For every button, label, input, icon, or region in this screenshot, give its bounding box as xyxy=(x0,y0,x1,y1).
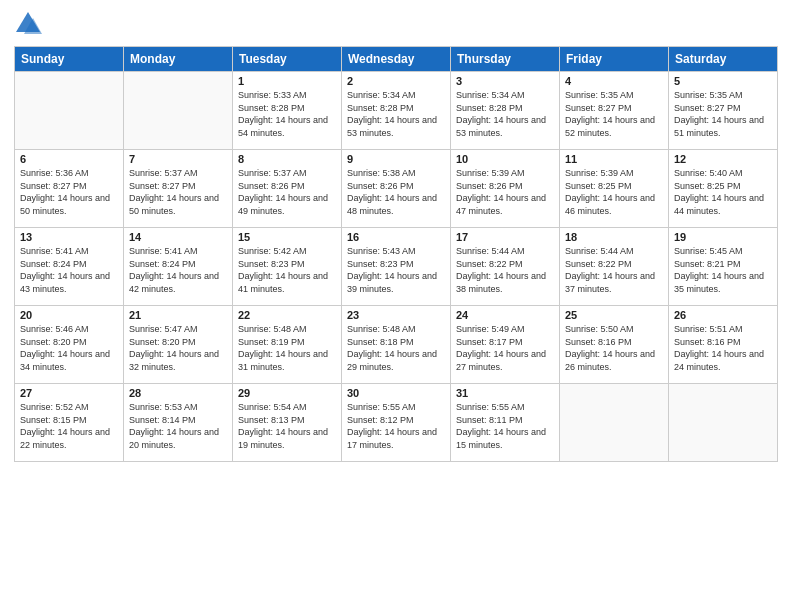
calendar-header-row: SundayMondayTuesdayWednesdayThursdayFrid… xyxy=(15,47,778,72)
calendar-day-cell: 27Sunrise: 5:52 AM Sunset: 8:15 PM Dayli… xyxy=(15,384,124,462)
day-info: Sunrise: 5:41 AM Sunset: 8:24 PM Dayligh… xyxy=(129,245,227,295)
calendar-day-cell: 26Sunrise: 5:51 AM Sunset: 8:16 PM Dayli… xyxy=(669,306,778,384)
day-number: 20 xyxy=(20,309,118,321)
day-number: 26 xyxy=(674,309,772,321)
calendar-day-cell xyxy=(124,72,233,150)
day-number: 23 xyxy=(347,309,445,321)
calendar-weekday-header: Friday xyxy=(560,47,669,72)
calendar-day-cell: 4Sunrise: 5:35 AM Sunset: 8:27 PM Daylig… xyxy=(560,72,669,150)
day-info: Sunrise: 5:48 AM Sunset: 8:19 PM Dayligh… xyxy=(238,323,336,373)
calendar-day-cell: 3Sunrise: 5:34 AM Sunset: 8:28 PM Daylig… xyxy=(451,72,560,150)
calendar-day-cell: 10Sunrise: 5:39 AM Sunset: 8:26 PM Dayli… xyxy=(451,150,560,228)
day-info: Sunrise: 5:41 AM Sunset: 8:24 PM Dayligh… xyxy=(20,245,118,295)
day-info: Sunrise: 5:46 AM Sunset: 8:20 PM Dayligh… xyxy=(20,323,118,373)
calendar-week-row: 27Sunrise: 5:52 AM Sunset: 8:15 PM Dayli… xyxy=(15,384,778,462)
logo-icon xyxy=(14,10,42,38)
calendar-day-cell xyxy=(15,72,124,150)
calendar-day-cell xyxy=(560,384,669,462)
day-number: 8 xyxy=(238,153,336,165)
calendar-day-cell: 5Sunrise: 5:35 AM Sunset: 8:27 PM Daylig… xyxy=(669,72,778,150)
calendar-day-cell: 13Sunrise: 5:41 AM Sunset: 8:24 PM Dayli… xyxy=(15,228,124,306)
day-info: Sunrise: 5:35 AM Sunset: 8:27 PM Dayligh… xyxy=(674,89,772,139)
day-info: Sunrise: 5:37 AM Sunset: 8:27 PM Dayligh… xyxy=(129,167,227,217)
calendar-weekday-header: Tuesday xyxy=(233,47,342,72)
day-number: 25 xyxy=(565,309,663,321)
day-info: Sunrise: 5:40 AM Sunset: 8:25 PM Dayligh… xyxy=(674,167,772,217)
day-info: Sunrise: 5:49 AM Sunset: 8:17 PM Dayligh… xyxy=(456,323,554,373)
day-number: 19 xyxy=(674,231,772,243)
day-number: 18 xyxy=(565,231,663,243)
calendar-day-cell: 23Sunrise: 5:48 AM Sunset: 8:18 PM Dayli… xyxy=(342,306,451,384)
calendar-weekday-header: Wednesday xyxy=(342,47,451,72)
day-info: Sunrise: 5:53 AM Sunset: 8:14 PM Dayligh… xyxy=(129,401,227,451)
calendar-weekday-header: Saturday xyxy=(669,47,778,72)
logo xyxy=(14,10,46,38)
day-number: 3 xyxy=(456,75,554,87)
day-number: 4 xyxy=(565,75,663,87)
calendar-day-cell: 18Sunrise: 5:44 AM Sunset: 8:22 PM Dayli… xyxy=(560,228,669,306)
day-info: Sunrise: 5:50 AM Sunset: 8:16 PM Dayligh… xyxy=(565,323,663,373)
day-info: Sunrise: 5:55 AM Sunset: 8:11 PM Dayligh… xyxy=(456,401,554,451)
day-number: 22 xyxy=(238,309,336,321)
calendar-day-cell: 16Sunrise: 5:43 AM Sunset: 8:23 PM Dayli… xyxy=(342,228,451,306)
day-number: 30 xyxy=(347,387,445,399)
day-info: Sunrise: 5:44 AM Sunset: 8:22 PM Dayligh… xyxy=(456,245,554,295)
day-number: 24 xyxy=(456,309,554,321)
day-info: Sunrise: 5:44 AM Sunset: 8:22 PM Dayligh… xyxy=(565,245,663,295)
calendar-day-cell: 12Sunrise: 5:40 AM Sunset: 8:25 PM Dayli… xyxy=(669,150,778,228)
day-number: 10 xyxy=(456,153,554,165)
calendar-day-cell: 28Sunrise: 5:53 AM Sunset: 8:14 PM Dayli… xyxy=(124,384,233,462)
day-info: Sunrise: 5:55 AM Sunset: 8:12 PM Dayligh… xyxy=(347,401,445,451)
calendar-week-row: 1Sunrise: 5:33 AM Sunset: 8:28 PM Daylig… xyxy=(15,72,778,150)
day-number: 6 xyxy=(20,153,118,165)
day-number: 16 xyxy=(347,231,445,243)
calendar-day-cell: 6Sunrise: 5:36 AM Sunset: 8:27 PM Daylig… xyxy=(15,150,124,228)
day-info: Sunrise: 5:35 AM Sunset: 8:27 PM Dayligh… xyxy=(565,89,663,139)
day-number: 12 xyxy=(674,153,772,165)
calendar-day-cell xyxy=(669,384,778,462)
day-info: Sunrise: 5:39 AM Sunset: 8:26 PM Dayligh… xyxy=(456,167,554,217)
calendar-day-cell: 21Sunrise: 5:47 AM Sunset: 8:20 PM Dayli… xyxy=(124,306,233,384)
day-info: Sunrise: 5:42 AM Sunset: 8:23 PM Dayligh… xyxy=(238,245,336,295)
calendar-day-cell: 2Sunrise: 5:34 AM Sunset: 8:28 PM Daylig… xyxy=(342,72,451,150)
day-info: Sunrise: 5:37 AM Sunset: 8:26 PM Dayligh… xyxy=(238,167,336,217)
calendar-day-cell: 29Sunrise: 5:54 AM Sunset: 8:13 PM Dayli… xyxy=(233,384,342,462)
day-number: 9 xyxy=(347,153,445,165)
calendar-week-row: 20Sunrise: 5:46 AM Sunset: 8:20 PM Dayli… xyxy=(15,306,778,384)
day-number: 31 xyxy=(456,387,554,399)
calendar-day-cell: 22Sunrise: 5:48 AM Sunset: 8:19 PM Dayli… xyxy=(233,306,342,384)
day-info: Sunrise: 5:48 AM Sunset: 8:18 PM Dayligh… xyxy=(347,323,445,373)
calendar-weekday-header: Monday xyxy=(124,47,233,72)
day-info: Sunrise: 5:47 AM Sunset: 8:20 PM Dayligh… xyxy=(129,323,227,373)
day-number: 28 xyxy=(129,387,227,399)
day-info: Sunrise: 5:33 AM Sunset: 8:28 PM Dayligh… xyxy=(238,89,336,139)
day-number: 2 xyxy=(347,75,445,87)
calendar-day-cell: 9Sunrise: 5:38 AM Sunset: 8:26 PM Daylig… xyxy=(342,150,451,228)
day-info: Sunrise: 5:45 AM Sunset: 8:21 PM Dayligh… xyxy=(674,245,772,295)
calendar-day-cell: 19Sunrise: 5:45 AM Sunset: 8:21 PM Dayli… xyxy=(669,228,778,306)
day-number: 27 xyxy=(20,387,118,399)
calendar-week-row: 6Sunrise: 5:36 AM Sunset: 8:27 PM Daylig… xyxy=(15,150,778,228)
day-info: Sunrise: 5:54 AM Sunset: 8:13 PM Dayligh… xyxy=(238,401,336,451)
day-number: 5 xyxy=(674,75,772,87)
calendar-day-cell: 17Sunrise: 5:44 AM Sunset: 8:22 PM Dayli… xyxy=(451,228,560,306)
calendar-day-cell: 20Sunrise: 5:46 AM Sunset: 8:20 PM Dayli… xyxy=(15,306,124,384)
calendar-day-cell: 1Sunrise: 5:33 AM Sunset: 8:28 PM Daylig… xyxy=(233,72,342,150)
header xyxy=(14,10,778,38)
calendar-day-cell: 24Sunrise: 5:49 AM Sunset: 8:17 PM Dayli… xyxy=(451,306,560,384)
day-number: 1 xyxy=(238,75,336,87)
calendar-day-cell: 25Sunrise: 5:50 AM Sunset: 8:16 PM Dayli… xyxy=(560,306,669,384)
day-info: Sunrise: 5:43 AM Sunset: 8:23 PM Dayligh… xyxy=(347,245,445,295)
day-info: Sunrise: 5:52 AM Sunset: 8:15 PM Dayligh… xyxy=(20,401,118,451)
calendar-day-cell: 15Sunrise: 5:42 AM Sunset: 8:23 PM Dayli… xyxy=(233,228,342,306)
calendar-day-cell: 14Sunrise: 5:41 AM Sunset: 8:24 PM Dayli… xyxy=(124,228,233,306)
calendar-day-cell: 11Sunrise: 5:39 AM Sunset: 8:25 PM Dayli… xyxy=(560,150,669,228)
calendar-day-cell: 31Sunrise: 5:55 AM Sunset: 8:11 PM Dayli… xyxy=(451,384,560,462)
calendar-weekday-header: Thursday xyxy=(451,47,560,72)
calendar-day-cell: 8Sunrise: 5:37 AM Sunset: 8:26 PM Daylig… xyxy=(233,150,342,228)
day-info: Sunrise: 5:34 AM Sunset: 8:28 PM Dayligh… xyxy=(456,89,554,139)
day-number: 15 xyxy=(238,231,336,243)
day-number: 29 xyxy=(238,387,336,399)
day-number: 7 xyxy=(129,153,227,165)
day-number: 13 xyxy=(20,231,118,243)
